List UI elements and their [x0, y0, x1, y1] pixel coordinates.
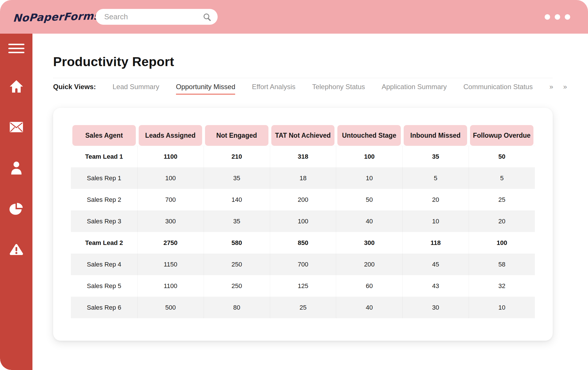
tab-effort-analysis[interactable]: Effort Analysis [252, 83, 295, 94]
column-header-untouched-stage: Untouched Stage [336, 125, 402, 146]
value-cell: 100 [137, 167, 204, 189]
value-cell: 40 [336, 297, 402, 318]
app-window: NoPaperForms [0, 0, 588, 370]
value-cell: 20 [469, 210, 535, 232]
value-cell: 118 [402, 232, 469, 254]
column-header-sales-agent: Sales Agent [71, 125, 137, 146]
tabs-overflow-chevrons[interactable]: » » [549, 83, 571, 91]
page-title: Productivity Report [53, 54, 553, 69]
window-menu-dots[interactable] [545, 14, 570, 20]
value-cell: 100 [336, 146, 402, 167]
search-icon[interactable] [203, 13, 211, 21]
sidebar [0, 34, 32, 370]
value-cell: 35 [204, 167, 270, 189]
mail-icon[interactable] [9, 120, 23, 134]
quick-views-label: Quick Views: [53, 83, 96, 91]
value-cell: 700 [137, 189, 204, 210]
value-cell: 140 [204, 189, 270, 210]
search-input[interactable] [104, 12, 203, 22]
value-cell: 18 [270, 167, 336, 189]
value-cell: 1100 [137, 275, 204, 297]
value-cell: 100 [270, 210, 336, 232]
table-row: Sales Rep 330035100401020 [71, 210, 535, 232]
value-cell: 5 [469, 167, 535, 189]
tab-telephony-status[interactable]: Telephony Status [312, 83, 365, 94]
table-row: Sales Rep 110035181055 [71, 167, 535, 189]
value-cell: 300 [336, 232, 402, 254]
quick-views-bar: Quick Views: Lead SummaryOpportunity Mis… [53, 83, 553, 95]
value-cell: 80 [204, 297, 270, 318]
value-cell: 2750 [137, 232, 204, 254]
agent-name-cell: Team Lead 1 [71, 146, 137, 167]
value-cell: 700 [270, 254, 336, 275]
dot-icon [555, 14, 560, 20]
dot-icon [565, 14, 570, 20]
value-cell: 5 [402, 167, 469, 189]
hamburger-menu-icon[interactable] [8, 41, 24, 56]
tab-communication-status[interactable]: Communication Status [463, 83, 533, 94]
agent-name-cell: Sales Rep 4 [71, 254, 137, 275]
topbar: NoPaperForms [0, 0, 588, 34]
value-cell: 25 [270, 297, 336, 318]
column-header-leads-assigned: Leads Assigned [137, 125, 204, 146]
agent-name-cell: Sales Rep 3 [71, 210, 137, 232]
agent-name-cell: Sales Rep 6 [71, 297, 137, 318]
value-cell: 1100 [137, 146, 204, 167]
value-cell: 850 [270, 232, 336, 254]
value-cell: 50 [336, 189, 402, 210]
column-header-inbound-missed: Inbound Missed [402, 125, 469, 146]
value-cell: 50 [469, 146, 535, 167]
value-cell: 580 [204, 232, 270, 254]
value-cell: 20 [402, 189, 469, 210]
value-cell: 35 [204, 210, 270, 232]
table-body: Team Lead 111002103181003550Sales Rep 11… [71, 146, 535, 318]
table-row: Team Lead 22750580850300118100 [71, 232, 535, 254]
value-cell: 500 [137, 297, 204, 318]
value-cell: 210 [204, 146, 270, 167]
agent-name-cell: Sales Rep 1 [71, 167, 137, 189]
value-cell: 200 [336, 254, 402, 275]
value-cell: 40 [336, 210, 402, 232]
dot-icon [545, 14, 550, 20]
agent-name-cell: Sales Rep 2 [71, 189, 137, 210]
value-cell: 30 [402, 297, 469, 318]
value-cell: 125 [270, 275, 336, 297]
title-divider [53, 78, 553, 78]
user-icon[interactable] [9, 161, 23, 175]
productivity-table: Sales AgentLeads AssignedNot EngagedTAT … [71, 125, 535, 318]
column-header-tat-not-achieved: TAT Not Achieved [270, 125, 336, 146]
tab-opportunity-missed[interactable]: Opportunity Missed [176, 83, 235, 95]
table-row: Sales Rep 65008025403010 [71, 297, 535, 318]
tab-application-summary[interactable]: Application Summary [382, 83, 447, 94]
value-cell: 43 [402, 275, 469, 297]
table-header: Sales AgentLeads AssignedNot EngagedTAT … [71, 125, 535, 146]
column-header-not-engaged: Not Engaged [204, 125, 270, 146]
value-cell: 250 [204, 254, 270, 275]
agent-name-cell: Team Lead 2 [71, 232, 137, 254]
table-header-row: Sales AgentLeads AssignedNot EngagedTAT … [71, 125, 535, 146]
table-row: Sales Rep 411502507002004558 [71, 254, 535, 275]
report-card: Sales AgentLeads AssignedNot EngagedTAT … [53, 108, 553, 341]
pie-chart-icon[interactable] [9, 202, 23, 216]
value-cell: 25 [469, 189, 535, 210]
value-cell: 250 [204, 275, 270, 297]
value-cell: 35 [402, 146, 469, 167]
value-cell: 10 [336, 167, 402, 189]
agent-name-cell: Sales Rep 5 [71, 275, 137, 297]
table-row: Sales Rep 2700140200502025 [71, 189, 535, 210]
value-cell: 300 [137, 210, 204, 232]
column-header-followup-overdue: Followup Overdue [469, 125, 535, 146]
value-cell: 10 [469, 297, 535, 318]
nopaperforms-logo: NoPaperForms [13, 10, 100, 24]
alert-icon[interactable] [9, 243, 23, 256]
home-icon[interactable] [9, 79, 23, 93]
sidebar-nav [9, 79, 23, 256]
table-row: Sales Rep 51100250125604332 [71, 275, 535, 297]
value-cell: 1150 [137, 254, 204, 275]
tab-lead-summary[interactable]: Lead Summary [113, 83, 159, 94]
value-cell: 58 [469, 254, 535, 275]
table-row: Team Lead 111002103181003550 [71, 146, 535, 167]
search-bar[interactable] [96, 9, 218, 25]
value-cell: 200 [270, 189, 336, 210]
value-cell: 45 [402, 254, 469, 275]
